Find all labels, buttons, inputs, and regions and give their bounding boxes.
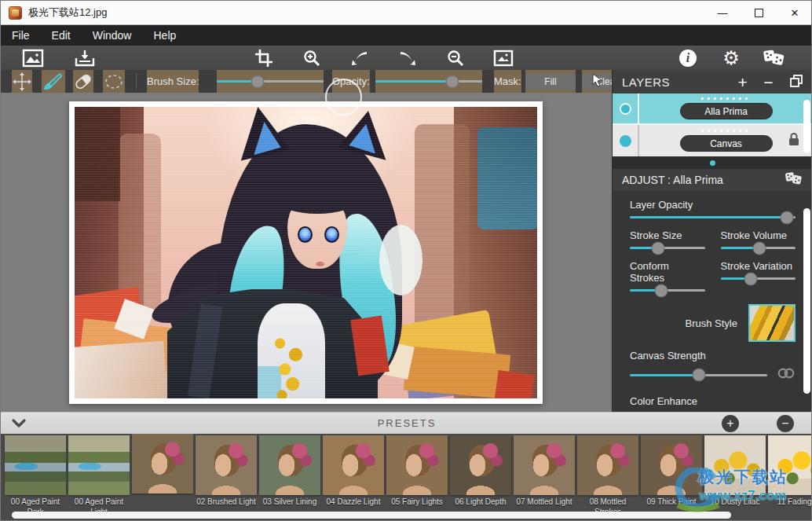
mouse-cursor	[592, 73, 602, 90]
compare-image-icon[interactable]	[492, 48, 515, 68]
conform-strokes-slider[interactable]	[630, 289, 705, 292]
settings-gear-icon[interactable]: ⚙	[719, 48, 743, 68]
menu-edit[interactable]: Edit	[52, 29, 71, 42]
layers-scrollbar[interactable]	[803, 100, 810, 153]
slider-knob[interactable]	[655, 284, 668, 297]
preset-thumbnail	[768, 435, 812, 495]
preset-label: 04 Dazzle Light	[327, 497, 381, 508]
opacity-knob[interactable]	[445, 75, 459, 88]
canvas-workspace[interactable]	[1, 93, 612, 412]
visibility-dot-icon	[620, 135, 631, 147]
layer-opacity-slider[interactable]	[630, 216, 796, 218]
collapse-presets-chevron-icon[interactable]	[10, 416, 27, 435]
layer-row-alla-prima[interactable]: Alla Prima	[613, 94, 812, 125]
mask-fill-button[interactable]: Fill	[525, 74, 576, 90]
preset-item[interactable]: 10 Dusty Lilac	[704, 435, 766, 517]
layer-visibility-toggle[interactable]	[613, 94, 639, 123]
eraser-tool-icon[interactable]	[73, 70, 93, 93]
remove-preset-button[interactable]: −	[777, 415, 794, 432]
canvas-strength-slider[interactable]	[630, 374, 767, 376]
link-icon[interactable]	[777, 367, 796, 383]
zoom-out-icon[interactable]	[444, 48, 467, 68]
preset-item[interactable]: 04 Dazzle Light	[323, 435, 384, 517]
undo-icon[interactable]	[348, 48, 371, 68]
layer-name-button[interactable]: Alla Prima	[680, 103, 773, 119]
zoom-in-icon[interactable]	[300, 48, 324, 68]
preset-item[interactable]: 07 Mottled Light	[514, 435, 575, 517]
page-dot	[710, 160, 715, 166]
preset-item[interactable]: 00 Aged Paint Dark	[5, 435, 66, 517]
brush-size-slider[interactable]	[217, 70, 324, 93]
stroke-volume-slider[interactable]	[721, 247, 796, 249]
preset-label: 02 Brushed Light	[196, 497, 256, 508]
brush-size-knob[interactable]	[251, 75, 264, 88]
brush-tool-icon[interactable]	[42, 70, 65, 93]
slider-knob[interactable]	[753, 241, 766, 255]
slider-knob[interactable]	[781, 211, 794, 224]
slider-knob[interactable]	[652, 241, 665, 255]
brush-style-thumbnail[interactable]	[748, 304, 796, 342]
preset-thumbnail	[196, 435, 257, 495]
open-image-icon[interactable]	[21, 48, 45, 68]
export-save-icon[interactable]	[73, 48, 97, 68]
layer-grip-dots[interactable]	[701, 130, 752, 132]
visibility-dot-icon	[620, 103, 631, 115]
duplicate-layer-icon[interactable]	[789, 74, 803, 90]
preset-item[interactable]: 03 Silver Lining	[259, 435, 320, 517]
preset-thumbnail	[132, 434, 193, 493]
preset-item[interactable]: 09 Thick Paint	[641, 435, 702, 517]
layer-grip-dots[interactable]	[701, 97, 752, 100]
close-button[interactable]: ✕	[777, 1, 812, 24]
adjust-scrollbar[interactable]	[803, 208, 810, 394]
right-panel: LAYERS + − Alla Prima C	[612, 70, 812, 412]
layer-visibility-toggle[interactable]	[613, 125, 639, 156]
opacity-slider[interactable]	[375, 70, 482, 93]
preset-item[interactable]: 01 Artistic Touch	[132, 435, 193, 517]
window-title: 极光下载站12.jpg	[28, 6, 107, 20]
slider-knob[interactable]	[744, 272, 757, 285]
brush-style-label: Brush Style	[686, 317, 737, 329]
preset-thumbnail	[514, 435, 575, 495]
stroke-variation-slider[interactable]	[721, 277, 796, 280]
minimize-button[interactable]: —	[704, 1, 741, 24]
stroke-volume-label: Stroke Volume	[721, 229, 796, 241]
ellipse-select-tool-icon[interactable]	[103, 70, 125, 93]
slider-knob[interactable]	[692, 369, 705, 382]
toolbar-separator	[136, 73, 137, 90]
layer-name-button[interactable]: Canvas	[680, 135, 773, 152]
maximize-button[interactable]	[741, 1, 777, 24]
remove-layer-button[interactable]: −	[763, 74, 774, 90]
randomize-adjust-dice-icon[interactable]	[785, 171, 803, 189]
stroke-size-slider[interactable]	[630, 247, 705, 249]
maximize-icon	[755, 9, 763, 17]
preset-thumbnail	[386, 435, 448, 495]
preset-item[interactable]: 06 Light Depth	[450, 435, 511, 517]
title-bar: 极光下载站12.jpg — ✕	[1, 1, 812, 25]
preset-label: 09 Thick Paint	[646, 497, 696, 508]
move-tool-icon[interactable]	[12, 70, 32, 93]
menu-window[interactable]: Window	[93, 29, 132, 42]
layers-panel-header: LAYERS + −	[613, 70, 812, 94]
preset-item[interactable]: 00 Aged Paint Light	[68, 435, 130, 517]
adjust-panel-header: ADJUST : Alla Prima	[613, 169, 812, 191]
document-image[interactable]	[69, 101, 543, 404]
info-icon[interactable]: i	[676, 48, 700, 68]
preset-item[interactable]: 11 Fading Li	[768, 435, 812, 517]
mask-label: Mask:	[494, 70, 521, 93]
preset-item[interactable]: 05 Fairy Lights	[386, 435, 448, 517]
randomize-dice-icon[interactable]	[763, 48, 786, 68]
add-preset-button[interactable]: +	[722, 415, 739, 432]
brush-size-label: Brush Size:	[147, 70, 199, 93]
crop-icon[interactable]	[252, 48, 276, 68]
preset-label: 05 Fairy Lights	[391, 497, 443, 508]
menu-file[interactable]: File	[12, 29, 30, 42]
preset-item[interactable]: 02 Brushed Light	[196, 435, 257, 517]
menu-help[interactable]: Help	[153, 29, 176, 42]
main-toolbar: i ⚙	[1, 46, 812, 70]
presets-horizontal-scrollbar[interactable]	[12, 512, 731, 519]
add-layer-button[interactable]: +	[737, 74, 748, 90]
layer-row-canvas[interactable]: Canvas	[613, 125, 812, 156]
preset-item[interactable]: 08 Mottled Strokes	[577, 435, 638, 517]
redo-icon[interactable]	[396, 48, 419, 68]
preset-label: 11 Fading Li	[777, 497, 812, 508]
